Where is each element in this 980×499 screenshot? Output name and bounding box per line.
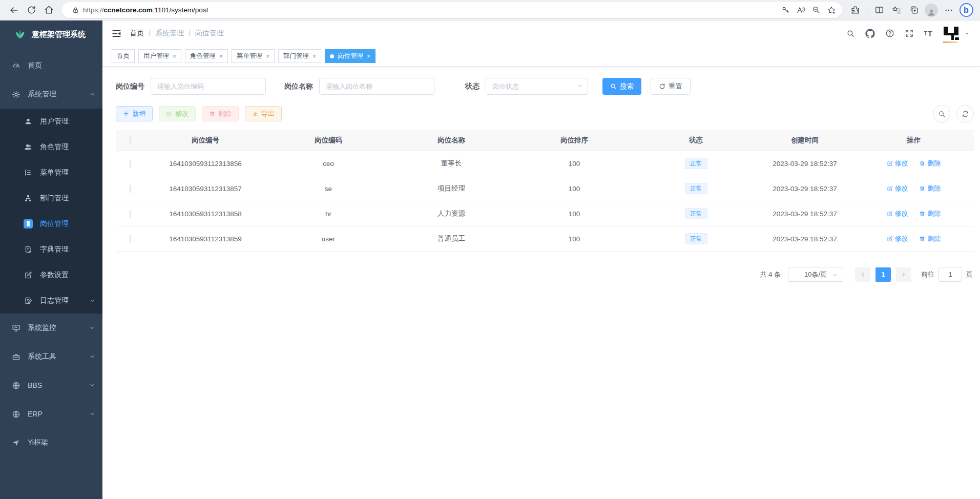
breadcrumb-home[interactable]: 首页 — [130, 29, 144, 38]
password-key-icon[interactable] — [778, 3, 793, 18]
reset-button[interactable]: 重置 — [651, 78, 691, 95]
row-checkbox[interactable] — [130, 235, 131, 243]
sidebar-menu: 首页 系统管理 用户管理 角色管理 菜单管理 — [0, 48, 102, 499]
chevron-down-icon — [89, 411, 95, 417]
sidebar-item-label: 字典管理 — [40, 245, 95, 254]
sidebar-item-menus[interactable]: 菜单管理 — [0, 160, 102, 185]
cell-post-code: se — [267, 185, 390, 193]
close-icon[interactable] — [173, 53, 176, 60]
sidebar-item-yi-framework[interactable]: Yi框架 — [0, 428, 102, 457]
user-icon — [24, 117, 33, 126]
bing-chat-icon[interactable] — [957, 2, 975, 19]
cell-created: 2023-03-29 18:52:37 — [756, 210, 853, 218]
back-icon[interactable] — [5, 2, 23, 19]
next-page-button[interactable] — [896, 267, 911, 282]
row-edit-link[interactable]: 修改 — [887, 234, 908, 243]
row-checkbox[interactable] — [130, 185, 131, 193]
refresh-icon[interactable] — [23, 2, 40, 19]
add-button[interactable]: 新增 — [116, 106, 153, 121]
sidebar-item-users[interactable]: 用户管理 — [0, 109, 102, 134]
row-delete-link[interactable]: 删除 — [919, 184, 941, 193]
export-button[interactable]: 导出 — [245, 106, 282, 121]
row-delete-link[interactable]: 删除 — [919, 234, 941, 243]
more-menu-icon[interactable] — [940, 2, 957, 19]
sidebar-item-params[interactable]: 参数设置 — [0, 262, 102, 288]
sidebar-item-roles[interactable]: 角色管理 — [0, 134, 102, 160]
status-select[interactable] — [486, 78, 588, 95]
tab-home[interactable]: 首页 — [112, 49, 135, 63]
zoom-out-icon[interactable] — [808, 3, 824, 18]
user-avatar-menu[interactable] — [943, 26, 970, 41]
tab-posts-active[interactable]: 岗位管理 — [325, 49, 376, 63]
header-search-icon[interactable] — [846, 29, 855, 38]
tab-roles[interactable]: 角色管理 — [185, 49, 228, 63]
delete-link-label: 删除 — [927, 209, 941, 218]
yi-logo-avatar — [943, 26, 960, 41]
split-screen-icon[interactable] — [870, 2, 888, 19]
fullscreen-icon[interactable] — [905, 29, 914, 38]
gear-icon — [11, 90, 20, 99]
tab-depts[interactable]: 部门管理 — [278, 49, 321, 63]
read-aloud-icon[interactable] — [793, 3, 808, 18]
delete-button[interactable]: 删除 — [202, 106, 239, 121]
sidebar-item-erp[interactable]: ERP — [0, 400, 102, 428]
sidebar-item-logs[interactable]: 日志管理 — [0, 288, 102, 314]
tab-users[interactable]: 用户管理 — [138, 49, 181, 63]
collections-icon[interactable] — [888, 2, 905, 19]
row-delete-link[interactable]: 删除 — [919, 159, 941, 168]
row-delete-link[interactable]: 删除 — [919, 209, 941, 218]
help-icon[interactable] — [885, 29, 894, 38]
page-number-button[interactable]: 1 — [875, 267, 891, 282]
favorite-star-icon[interactable] — [824, 3, 839, 18]
toggle-search-button[interactable] — [933, 105, 950, 122]
row-edit-link[interactable]: 修改 — [887, 184, 908, 193]
refresh-icon — [962, 110, 969, 118]
close-icon[interactable] — [266, 53, 269, 60]
sidebar-item-tools[interactable]: 系统工具 — [0, 342, 102, 371]
search-button[interactable]: 搜索 — [602, 78, 641, 95]
font-size-icon[interactable]: TT — [924, 29, 932, 38]
select-all-checkbox[interactable] — [130, 136, 131, 144]
breadcrumb-system: 系统管理 — [155, 29, 184, 38]
home-icon[interactable] — [40, 2, 57, 19]
post-name-input[interactable] — [319, 78, 434, 95]
status-select-input[interactable] — [486, 78, 588, 95]
close-icon[interactable] — [312, 53, 316, 60]
close-icon[interactable] — [367, 53, 370, 60]
sidebar-item-monitor[interactable]: 系统监控 — [0, 314, 102, 342]
github-icon[interactable] — [865, 29, 875, 38]
edit-link-label: 修改 — [895, 159, 908, 168]
edit-button-label: 修改 — [175, 109, 189, 118]
browser-right-icons — [846, 2, 975, 19]
sidebar-fold-icon[interactable] — [112, 29, 121, 38]
sidebar-item-posts[interactable]: 岗位管理 — [0, 211, 102, 237]
chevron-down-icon — [89, 382, 95, 388]
sidebar-item-depts[interactable]: 部门管理 — [0, 185, 102, 211]
close-icon[interactable] — [219, 53, 223, 60]
sidebar-item-dict[interactable]: 字典管理 — [0, 237, 102, 262]
sidebar-item-system[interactable]: 系统管理 — [0, 80, 102, 109]
address-bar[interactable]: https://ccnetcore.com:1101/system/post — [61, 2, 842, 18]
page-size-select[interactable]: 10条/页 — [788, 267, 843, 282]
pagination: 共 4 条 10条/页 1 前往 页 — [116, 267, 974, 282]
edit-button[interactable]: 修改 — [159, 106, 196, 121]
tab-menus[interactable]: 菜单管理 — [232, 49, 275, 63]
goto-page-input[interactable] — [939, 267, 962, 282]
sidebar-item-bbs[interactable]: BBS — [0, 371, 102, 400]
row-checkbox[interactable] — [130, 210, 131, 218]
refresh-table-button[interactable] — [956, 105, 974, 122]
post-code-input[interactable] — [151, 78, 266, 95]
row-edit-link[interactable]: 修改 — [887, 209, 908, 218]
extensions-icon[interactable] — [846, 2, 864, 19]
tab-actions-icon[interactable] — [905, 2, 923, 19]
prev-page-button[interactable] — [855, 267, 870, 282]
cell-created: 2023-03-29 18:52:37 — [756, 160, 853, 168]
url-text[interactable]: https://ccnetcore.com:1101/system/post — [83, 6, 778, 14]
row-edit-link[interactable]: 修改 — [887, 159, 908, 168]
search-icon — [938, 110, 946, 118]
sidebar-item-home[interactable]: 首页 — [0, 51, 102, 80]
row-checkbox[interactable] — [130, 160, 131, 168]
toolbox-icon — [11, 352, 20, 361]
profile-avatar[interactable] — [923, 2, 940, 19]
cell-post-id: 1641030593112313857 — [144, 185, 267, 193]
